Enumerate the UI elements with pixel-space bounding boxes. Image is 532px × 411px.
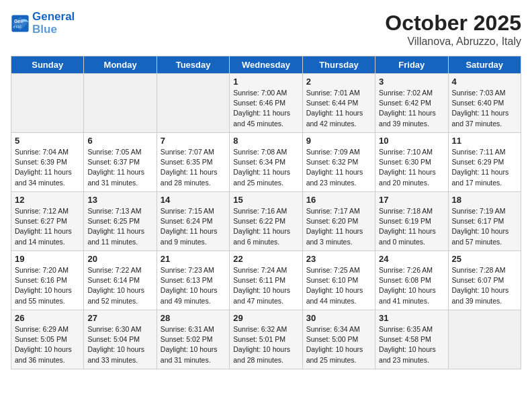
cell-info: Sunrise: 7:13 AM Sunset: 6:25 PM Dayligh… [87, 206, 152, 247]
weekday-header: Sunday [11, 56, 84, 74]
day-number: 10 [379, 136, 444, 146]
day-number: 22 [233, 254, 298, 264]
cell-info: Sunrise: 7:22 AM Sunset: 6:14 PM Dayligh… [87, 265, 152, 306]
calendar-cell: 8Sunrise: 7:08 AM Sunset: 6:34 PM Daylig… [230, 133, 302, 192]
logo-icon: Gen eral [11, 14, 30, 33]
cell-info: Sunrise: 7:24 AM Sunset: 6:11 PM Dayligh… [233, 265, 298, 306]
calendar-header: SundayMondayTuesdayWednesdayThursdayFrid… [11, 56, 521, 74]
calendar-cell: 7Sunrise: 7:07 AM Sunset: 6:35 PM Daylig… [157, 133, 229, 192]
day-number: 6 [87, 136, 152, 146]
calendar-cell: 15Sunrise: 7:16 AM Sunset: 6:22 PM Dayli… [230, 192, 302, 251]
weekday-header: Wednesday [230, 56, 302, 74]
calendar-cell: 13Sunrise: 7:13 AM Sunset: 6:25 PM Dayli… [84, 192, 157, 251]
cell-info: Sunrise: 6:34 AM Sunset: 5:00 PM Dayligh… [306, 324, 371, 365]
day-number: 24 [379, 254, 444, 264]
day-number: 16 [306, 195, 371, 205]
calendar-cell: 16Sunrise: 7:17 AM Sunset: 6:20 PM Dayli… [302, 192, 375, 251]
calendar-cell: 10Sunrise: 7:10 AM Sunset: 6:30 PM Dayli… [375, 133, 448, 192]
day-number: 23 [306, 254, 371, 264]
weekday-header: Saturday [448, 56, 521, 74]
cell-info: Sunrise: 7:17 AM Sunset: 6:20 PM Dayligh… [306, 206, 371, 247]
calendar-cell: 29Sunrise: 6:32 AM Sunset: 5:01 PM Dayli… [230, 310, 302, 369]
logo-line1: General [32, 10, 75, 23]
cell-info: Sunrise: 7:07 AM Sunset: 6:35 PM Dayligh… [161, 147, 226, 188]
cell-info: Sunrise: 7:23 AM Sunset: 6:13 PM Dayligh… [161, 265, 226, 306]
day-number: 5 [15, 136, 80, 146]
calendar-cell [84, 74, 157, 133]
day-number: 8 [233, 136, 298, 146]
cell-info: Sunrise: 7:05 AM Sunset: 6:37 PM Dayligh… [87, 147, 152, 188]
calendar-cell: 27Sunrise: 6:30 AM Sunset: 5:04 PM Dayli… [84, 310, 157, 369]
calendar-cell [157, 74, 229, 133]
day-number: 2 [306, 77, 371, 87]
cell-info: Sunrise: 7:08 AM Sunset: 6:34 PM Dayligh… [233, 147, 298, 188]
day-number: 30 [306, 313, 371, 323]
calendar-cell [11, 74, 84, 133]
calendar-cell: 11Sunrise: 7:11 AM Sunset: 6:29 PM Dayli… [448, 133, 521, 192]
weekday-header: Tuesday [157, 56, 229, 74]
svg-text:eral: eral [13, 24, 22, 29]
calendar-cell: 21Sunrise: 7:23 AM Sunset: 6:13 PM Dayli… [157, 251, 229, 310]
cell-info: Sunrise: 6:29 AM Sunset: 5:05 PM Dayligh… [15, 324, 80, 365]
cell-info: Sunrise: 7:09 AM Sunset: 6:32 PM Dayligh… [306, 147, 371, 188]
day-number: 4 [452, 77, 517, 87]
calendar-cell: 5Sunrise: 7:04 AM Sunset: 6:39 PM Daylig… [11, 133, 84, 192]
calendar-cell: 31Sunrise: 6:35 AM Sunset: 4:58 PM Dayli… [375, 310, 448, 369]
cell-info: Sunrise: 6:32 AM Sunset: 5:01 PM Dayligh… [233, 324, 298, 365]
calendar-cell: 9Sunrise: 7:09 AM Sunset: 6:32 PM Daylig… [302, 133, 375, 192]
calendar-cell: 20Sunrise: 7:22 AM Sunset: 6:14 PM Dayli… [84, 251, 157, 310]
calendar-cell: 17Sunrise: 7:18 AM Sunset: 6:19 PM Dayli… [375, 192, 448, 251]
calendar-table: SundayMondayTuesdayWednesdayThursdayFrid… [11, 56, 521, 369]
cell-info: Sunrise: 7:16 AM Sunset: 6:22 PM Dayligh… [233, 206, 298, 247]
day-number: 26 [15, 313, 80, 323]
day-number: 1 [233, 77, 298, 87]
calendar-cell: 3Sunrise: 7:02 AM Sunset: 6:42 PM Daylig… [375, 74, 448, 133]
day-number: 31 [379, 313, 444, 323]
calendar-cell: 26Sunrise: 6:29 AM Sunset: 5:05 PM Dayli… [11, 310, 84, 369]
cell-info: Sunrise: 6:31 AM Sunset: 5:02 PM Dayligh… [161, 324, 226, 365]
cell-info: Sunrise: 7:11 AM Sunset: 6:29 PM Dayligh… [452, 147, 517, 188]
calendar-cell: 30Sunrise: 6:34 AM Sunset: 5:00 PM Dayli… [302, 310, 375, 369]
weekday-header: Friday [375, 56, 448, 74]
day-number: 21 [161, 254, 226, 264]
day-number: 15 [233, 195, 298, 205]
cell-info: Sunrise: 7:04 AM Sunset: 6:39 PM Dayligh… [15, 147, 80, 188]
logo: Gen eral General Blue [11, 11, 75, 36]
day-number: 28 [161, 313, 226, 323]
cell-info: Sunrise: 7:19 AM Sunset: 6:17 PM Dayligh… [452, 206, 517, 247]
calendar-cell: 2Sunrise: 7:01 AM Sunset: 6:44 PM Daylig… [302, 74, 375, 133]
calendar-cell: 4Sunrise: 7:03 AM Sunset: 6:40 PM Daylig… [448, 74, 521, 133]
calendar-cell: 25Sunrise: 7:28 AM Sunset: 6:07 PM Dayli… [448, 251, 521, 310]
day-number: 19 [15, 254, 80, 264]
cell-info: Sunrise: 6:35 AM Sunset: 4:58 PM Dayligh… [379, 324, 444, 365]
calendar-cell: 23Sunrise: 7:25 AM Sunset: 6:10 PM Dayli… [302, 251, 375, 310]
cell-info: Sunrise: 7:26 AM Sunset: 6:08 PM Dayligh… [379, 265, 444, 306]
day-number: 29 [233, 313, 298, 323]
month-title: October 2025 [385, 11, 521, 36]
weekday-header: Thursday [302, 56, 375, 74]
calendar-cell: 6Sunrise: 7:05 AM Sunset: 6:37 PM Daylig… [84, 133, 157, 192]
day-number: 13 [87, 195, 152, 205]
calendar-cell: 18Sunrise: 7:19 AM Sunset: 6:17 PM Dayli… [448, 192, 521, 251]
day-number: 11 [452, 136, 517, 146]
day-number: 18 [452, 195, 517, 205]
cell-info: Sunrise: 7:28 AM Sunset: 6:07 PM Dayligh… [452, 265, 517, 306]
cell-info: Sunrise: 7:25 AM Sunset: 6:10 PM Dayligh… [306, 265, 371, 306]
cell-info: Sunrise: 7:02 AM Sunset: 6:42 PM Dayligh… [379, 88, 444, 129]
cell-info: Sunrise: 7:20 AM Sunset: 6:16 PM Dayligh… [15, 265, 80, 306]
cell-info: Sunrise: 7:00 AM Sunset: 6:46 PM Dayligh… [233, 88, 298, 129]
calendar-cell: 19Sunrise: 7:20 AM Sunset: 6:16 PM Dayli… [11, 251, 84, 310]
cell-info: Sunrise: 7:15 AM Sunset: 6:24 PM Dayligh… [161, 206, 226, 247]
calendar-cell [448, 310, 521, 369]
title-block: October 2025 Villanova, Abruzzo, Italy [385, 11, 521, 48]
cell-info: Sunrise: 7:03 AM Sunset: 6:40 PM Dayligh… [452, 88, 517, 129]
cell-info: Sunrise: 7:01 AM Sunset: 6:44 PM Dayligh… [306, 88, 371, 129]
calendar-cell: 12Sunrise: 7:12 AM Sunset: 6:27 PM Dayli… [11, 192, 84, 251]
day-number: 9 [306, 136, 371, 146]
logo-line2: Blue [32, 24, 75, 36]
cell-info: Sunrise: 6:30 AM Sunset: 5:04 PM Dayligh… [87, 324, 152, 365]
cell-info: Sunrise: 7:12 AM Sunset: 6:27 PM Dayligh… [15, 206, 80, 247]
day-number: 25 [452, 254, 517, 264]
day-number: 17 [379, 195, 444, 205]
calendar-cell: 24Sunrise: 7:26 AM Sunset: 6:08 PM Dayli… [375, 251, 448, 310]
